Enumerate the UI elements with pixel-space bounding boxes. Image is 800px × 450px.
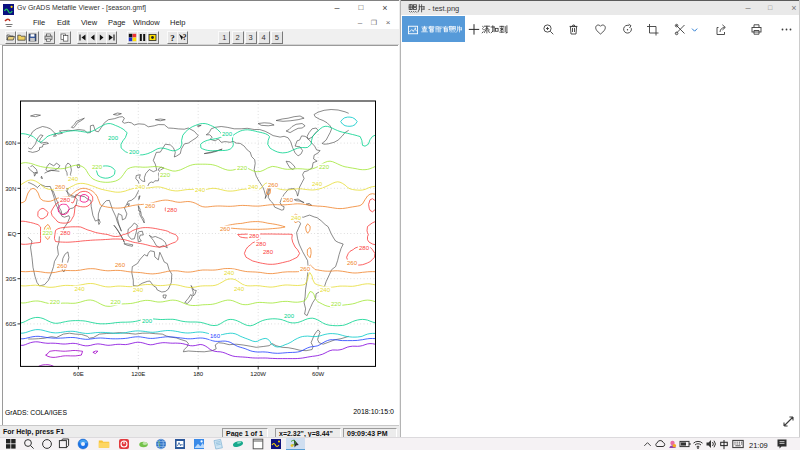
svg-text:260: 260 — [55, 184, 66, 190]
svg-text:260: 260 — [268, 182, 279, 188]
svg-text:220: 220 — [237, 165, 248, 171]
svg-text:260: 260 — [300, 266, 311, 272]
svg-text:280: 280 — [249, 233, 260, 239]
svg-text:280: 280 — [167, 207, 178, 213]
svg-text:240: 240 — [195, 187, 206, 193]
svg-text:EQ: EQ — [8, 231, 17, 237]
svg-text:240: 240 — [248, 184, 259, 190]
svg-text:240: 240 — [74, 286, 85, 292]
svg-text:280: 280 — [263, 249, 274, 255]
svg-text:220: 220 — [42, 230, 53, 236]
svg-text:240: 240 — [133, 287, 144, 293]
svg-text:240: 240 — [135, 184, 146, 190]
svg-text:260: 260 — [283, 197, 294, 203]
svg-text:240: 240 — [234, 286, 245, 292]
svg-text:200: 200 — [108, 135, 119, 141]
svg-text:240: 240 — [224, 270, 235, 276]
svg-text:280: 280 — [60, 230, 71, 236]
svg-text:260: 260 — [220, 226, 231, 232]
svg-text:60S: 60S — [6, 321, 17, 327]
svg-text:2018:10:15:0: 2018:10:15:0 — [353, 408, 394, 415]
svg-text:240: 240 — [312, 181, 323, 187]
svg-text:280: 280 — [60, 197, 71, 203]
svg-text:60N: 60N — [5, 140, 16, 146]
svg-text:280: 280 — [256, 241, 267, 247]
svg-text:30S: 30S — [6, 276, 17, 282]
svg-text:120W: 120W — [250, 371, 266, 377]
svg-text:200: 200 — [142, 318, 153, 324]
svg-text:200: 200 — [284, 313, 295, 319]
svg-text:260: 260 — [347, 260, 358, 266]
svg-text:220: 220 — [50, 299, 61, 305]
svg-text:240: 240 — [320, 287, 331, 293]
svg-text:220: 220 — [331, 301, 342, 307]
svg-text:GrADS: COLA/IGES: GrADS: COLA/IGES — [5, 409, 67, 416]
svg-text:220: 220 — [319, 164, 330, 170]
svg-text:60E: 60E — [73, 371, 84, 377]
svg-text:220: 220 — [92, 164, 103, 170]
svg-text:240: 240 — [68, 176, 79, 182]
svg-text:260: 260 — [115, 262, 126, 268]
svg-text:220: 220 — [160, 172, 171, 178]
svg-text:160: 160 — [210, 333, 221, 339]
svg-text:260: 260 — [145, 203, 156, 209]
svg-text:60W: 60W — [312, 371, 325, 377]
svg-text:200: 200 — [222, 131, 233, 137]
svg-text:240: 240 — [291, 215, 302, 221]
svg-text:30N: 30N — [5, 186, 16, 192]
svg-text:220: 220 — [111, 299, 122, 305]
svg-text:120E: 120E — [131, 371, 145, 377]
svg-text:200: 200 — [129, 149, 140, 155]
svg-text:280: 280 — [359, 245, 370, 251]
svg-text:180: 180 — [193, 371, 204, 377]
svg-text:260: 260 — [57, 263, 68, 269]
